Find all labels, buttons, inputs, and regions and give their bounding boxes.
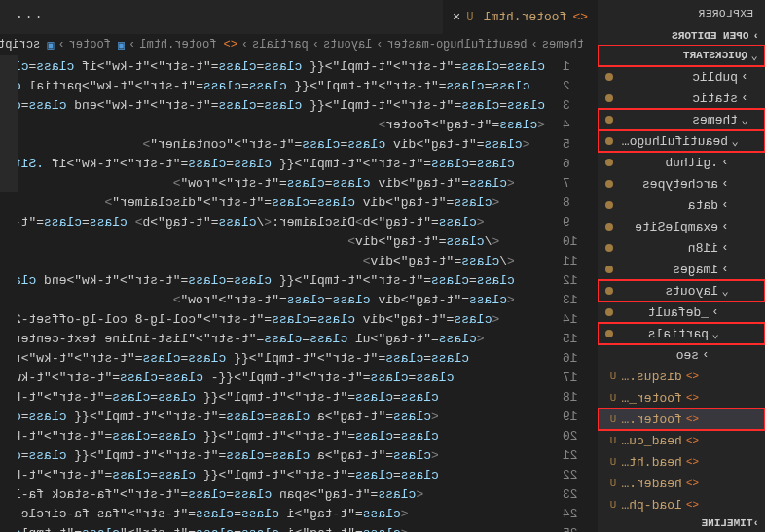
breadcrumb-segment[interactable]: themes xyxy=(542,38,584,52)
code-line[interactable]: <class="t-tag">div class=class="t-str">"… xyxy=(0,174,545,194)
code-line[interactable]: <class="t-tag">a class=class="t-str">"t-… xyxy=(0,446,545,466)
breadcrumb-segment[interactable]: footer.html xyxy=(139,38,216,52)
code-line[interactable]: class=class="t-str">"t-tmpl">{{ class=cl… xyxy=(0,271,545,291)
code-line[interactable]: <class="t-tag">i class=class="t-str">"cl… xyxy=(0,524,545,532)
tree-item-label: layouts xyxy=(617,284,718,299)
folder-item[interactable]: ⌄partials xyxy=(598,323,765,344)
breadcrumb-segment[interactable]: script#aioa-ad xyxy=(0,38,40,52)
code-line[interactable]: class=class="t-str">"t-tmpl">{{ class=cl… xyxy=(0,57,545,77)
breadcrumb[interactable]: themes›beautifulhugo-master›layouts›part… xyxy=(0,34,598,55)
symbol-icon: ▣ xyxy=(118,38,125,53)
chevron-down-icon: ⌄ xyxy=(718,284,732,299)
file-item[interactable]: ›<>header.htmlU xyxy=(598,473,765,494)
html-file-icon: <> xyxy=(686,478,699,489)
line-number: 22 xyxy=(545,466,598,485)
tab-overflow-button[interactable]: ··· xyxy=(0,10,55,24)
html-file-icon: <> xyxy=(686,392,699,404)
folder-item[interactable]: ›i18n xyxy=(598,237,765,259)
code-line[interactable]: <class="t-tag">div class=class="t-str">"… xyxy=(0,194,545,213)
code-line[interactable]: class=class="t-str">"t-tmpl">{{ class=cl… xyxy=(0,155,545,174)
timeline-section[interactable]: › TIMELINE xyxy=(598,514,765,532)
code-line[interactable]: <class="t-tag">i class=class="t-str">"fa… xyxy=(0,505,545,524)
folder-item[interactable]: ›static xyxy=(598,88,765,109)
modified-dot-icon xyxy=(605,308,613,316)
tab-label: footer.html xyxy=(484,10,567,24)
tree-item-label: footer.html xyxy=(621,412,682,427)
code-line[interactable]: class=class="t-str">"t-tmpl">{{ class=cl… xyxy=(0,96,545,116)
chevron-right-icon: › xyxy=(718,241,732,255)
folder-item[interactable]: ›exampleSite xyxy=(598,216,765,237)
line-number: 20 xyxy=(545,427,598,446)
file-tree: ⌄QUICKSTART›public›static⌄themes⌄beautif… xyxy=(598,45,765,514)
folder-item[interactable]: ›public xyxy=(598,66,765,88)
chevron-right-icon: › xyxy=(718,156,732,169)
folder-item[interactable]: ⌄beautifulhugo… xyxy=(598,130,765,152)
chevron-right-icon: › xyxy=(718,220,732,233)
project-root[interactable]: ⌄QUICKSTART xyxy=(598,45,765,66)
code-line[interactable]: <class="t-tag">div class=class="t-str">"… xyxy=(0,135,545,155)
line-number: 10 xyxy=(545,232,598,252)
tree-item-label: seo xyxy=(605,348,699,363)
html-file-icon: <> xyxy=(686,435,699,446)
code-content[interactable]: class=class="t-str">"t-tmpl">{{ class=cl… xyxy=(0,55,545,532)
folder-item[interactable]: ›.github xyxy=(598,152,765,173)
line-gutter: 1234567891011121314151617181920212223242… xyxy=(545,55,598,532)
file-item[interactable]: ›<>footer_cust…U xyxy=(598,387,765,408)
explorer-sidebar: EXPLORER › OPEN EDITORS ⌄QUICKSTART›publ… xyxy=(598,0,765,532)
modified-dot-icon xyxy=(605,287,613,295)
tree-item-label: public xyxy=(617,70,738,85)
line-number: 9 xyxy=(545,213,598,232)
code-line[interactable]: <class="t-tag">div class=class="t-str">"… xyxy=(0,310,545,330)
folder-item[interactable]: ›_default xyxy=(598,301,765,323)
code-line[interactable]: <class="t-tag">footer> xyxy=(0,116,545,135)
modified-dot-icon xyxy=(605,266,613,273)
code-line[interactable]: <class="t-tag">ul class=class="t-str">"l… xyxy=(0,330,545,349)
folder-item[interactable]: ⌄themes xyxy=(598,109,765,130)
code-line[interactable]: class=class="t-str">"t-tmpl">{{ class=cl… xyxy=(0,388,545,408)
folder-item[interactable]: ›images xyxy=(598,259,765,280)
tree-item-label: header.html xyxy=(621,477,682,491)
file-item[interactable]: ›<>head_custo…U xyxy=(598,430,765,451)
file-item[interactable]: ›<>load-photo…U xyxy=(598,494,765,514)
code-line[interactable]: class=class="t-str">"t-tmpl">{{ class=cl… xyxy=(0,466,545,485)
folder-item[interactable]: ›archetypes xyxy=(598,173,765,195)
line-number: 11 xyxy=(545,252,598,271)
tab-bar: <> footer.html U × ··· xyxy=(0,0,598,34)
chevron-right-icon: › xyxy=(699,348,712,362)
breadcrumb-segment[interactable]: beautifulhugo-master xyxy=(387,38,528,52)
code-line[interactable]: class=class="t-str">"t-tmpl">{{ class=cl… xyxy=(0,427,545,446)
code-editor[interactable]: 1234567891011121314151617181920212223242… xyxy=(0,55,598,532)
folder-item[interactable]: ⌄layouts xyxy=(598,280,765,301)
code-line[interactable]: class=class="t-str">"t-tmpl">{{- class=c… xyxy=(0,369,545,388)
code-line[interactable]: <class="t-tag">span class=class="t-str">… xyxy=(0,485,545,505)
code-line[interactable]: </class="t-tag">div> xyxy=(0,232,545,252)
minimap[interactable] xyxy=(0,55,18,532)
breadcrumb-segment[interactable]: footer xyxy=(69,38,111,52)
code-line[interactable]: <class="t-tag">b>Disclaimer:</class="t-t… xyxy=(0,213,545,232)
minimap-viewport[interactable] xyxy=(0,55,18,192)
line-number: 16 xyxy=(545,349,598,369)
folder-item[interactable]: ›data xyxy=(598,195,765,216)
git-status-badge: U xyxy=(605,499,621,511)
explorer-title: EXPLORER xyxy=(598,0,765,27)
folder-item[interactable]: ›seo xyxy=(598,344,765,366)
code-line[interactable]: <class="t-tag">a class=class="t-str">"t-… xyxy=(0,408,545,427)
modified-dot-icon xyxy=(605,223,613,231)
open-editors-section[interactable]: › OPEN EDITORS xyxy=(598,27,765,45)
close-icon[interactable]: × xyxy=(453,10,460,25)
file-item[interactable]: ›<>footer.htmlU xyxy=(598,408,765,430)
line-number: 6 xyxy=(545,155,598,174)
breadcrumb-segment[interactable]: partials xyxy=(252,38,309,52)
code-line[interactable]: <class="t-tag">div class=class="t-str">"… xyxy=(0,291,545,310)
tree-item-label: head.html xyxy=(621,455,682,470)
code-line[interactable]: class=class="t-str">"t-tmpl">{{ class=cl… xyxy=(0,349,545,369)
tab-footer-html[interactable]: <> footer.html U × xyxy=(442,0,598,34)
code-line[interactable]: class=class="t-str">"t-tmpl">{{ class=cl… xyxy=(0,77,545,96)
breadcrumb-segment[interactable]: layouts xyxy=(323,38,372,52)
file-item[interactable]: ›<>head.htmlU xyxy=(598,451,765,473)
chevron-right-icon: › xyxy=(312,38,319,52)
code-line[interactable]: </class="t-tag">div> xyxy=(0,252,545,271)
file-item[interactable]: ›<>disqus.htmlU xyxy=(598,366,765,387)
modified-dot-icon xyxy=(605,94,613,102)
tree-item-label: QUICKSTART xyxy=(605,50,747,61)
